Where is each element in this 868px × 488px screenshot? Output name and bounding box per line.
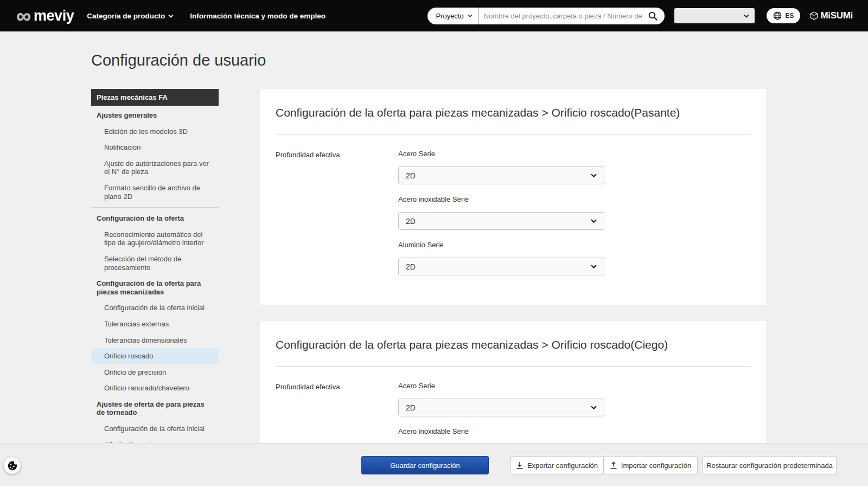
settings-main: Configuración de la oferta para piezas m… [260, 89, 766, 488]
search-icon [648, 11, 658, 21]
meviy-brand-text: meviy [34, 8, 74, 24]
action-footer: Guardar configuración Exportar configura… [0, 443, 868, 488]
row-label-profundidad-efectiva: Profundidad efectiva [276, 150, 398, 286]
sidebar-item-oferta-inicial-torneado[interactable]: Configuración de la oferta inicial [91, 421, 219, 437]
cube-icon [810, 11, 818, 20]
search-bar: Proyecto [427, 8, 665, 24]
cookie-icon [7, 460, 18, 471]
meviy-logo[interactable]: ∞ meviy [16, 8, 74, 24]
card-divider [276, 366, 751, 367]
sidebar-item-orificio-precision[interactable]: Orificio de precisión [91, 364, 219, 381]
language-button[interactable]: ES [767, 8, 800, 23]
acero-serie-select-ciego[interactable]: 2D [398, 399, 604, 416]
globe-icon [773, 11, 782, 20]
top-header: ∞ meviy Categoría de producto Informació… [0, 0, 868, 31]
chevron-down-icon [591, 219, 597, 223]
chevron-down-icon [591, 265, 597, 268]
sidebar-item-piezas-mecanicas-fa[interactable]: Piezas mecánicas FA [91, 89, 219, 106]
misumi-logo[interactable]: MiSUMi [810, 10, 853, 21]
sidebar-section-piezas-torneado: Ajustes de oferta de para piezas de torn… [91, 396, 219, 421]
sidebar-item-reconocimiento-automatico[interactable]: Reconocimiento automático del tipo de ag… [91, 227, 219, 251]
top-nav: Categoría de producto Información técnic… [87, 12, 326, 20]
upload-icon [610, 461, 617, 470]
sidebar-section-oferta-piezas-mecanizadas: Configuración de la oferta para piezas m… [91, 275, 219, 300]
sidebar-item-oferta-inicial-mecanizadas[interactable]: Configuración de la oferta inicial [91, 300, 219, 316]
header-dropdown[interactable] [674, 8, 755, 23]
field-label-aluminio-serie: Aluminio Serie [398, 241, 751, 249]
import-configuration-button[interactable]: Importar configuración [603, 456, 698, 474]
sidebar-item-seleccion-metodo[interactable]: Selección del método de procesamiento [91, 251, 219, 275]
cookie-settings-button[interactable] [4, 457, 21, 474]
acero-serie-select[interactable]: 2D [398, 166, 604, 184]
card-orificio-roscado-pasante: Configuración de la oferta para piezas m… [260, 89, 766, 305]
aluminio-serie-select[interactable]: 2D [398, 258, 604, 275]
chevron-down-icon [591, 174, 597, 177]
sidebar-item-orificio-roscado[interactable]: Orificio roscado [91, 348, 219, 364]
page-title: Configuración de usuario [91, 52, 868, 69]
misumi-brand-text: MiSUMi [820, 10, 853, 21]
sidebar-item-notificacion[interactable]: Notificación [91, 139, 219, 156]
search-scope-select[interactable]: Proyecto [427, 8, 477, 24]
card-title: Configuración de la oferta para piezas m… [276, 338, 751, 351]
chevron-down-icon [468, 14, 473, 17]
sidebar-item-edicion-modelos-3d[interactable]: Edición de los modelos 3D [91, 124, 219, 140]
field-label-acero-serie: Acero Serie [398, 150, 751, 158]
nav-product-category[interactable]: Categoría de producto [87, 12, 174, 20]
restore-default-configuration-button[interactable]: Restaurar configuración predeterminada [703, 456, 837, 474]
chevron-down-icon [168, 14, 174, 18]
sidebar-item-formato-sencillo-2d[interactable]: Formato sencillo de archivo de plano 2D [91, 180, 219, 204]
sidebar-divider [91, 207, 219, 208]
card-divider [276, 134, 751, 134]
download-icon [516, 461, 524, 470]
sidebar-section-ajustes-generales: Ajustes generales [91, 107, 219, 124]
settings-sidebar: Piezas mecánicas FA Ajustes generales Ed… [91, 89, 219, 469]
acero-inoxidable-serie-select[interactable]: 2D [398, 212, 604, 230]
field-label-acero-serie: Acero Serie [398, 382, 751, 390]
page-content: Configuración de usuario Piezas mecánica… [0, 31, 868, 488]
sidebar-item-ajuste-autorizaciones[interactable]: Ajuste de autorizaciones para ver el N° … [91, 156, 219, 180]
chevron-down-icon [744, 14, 749, 18]
field-label-acero-inoxidable-serie: Acero inoxidable Serie [398, 427, 751, 435]
search-input[interactable] [478, 12, 647, 20]
field-label-acero-inoxidable-serie: Acero inoxidable Serie [398, 195, 751, 203]
save-configuration-button[interactable]: Guardar configuración [361, 456, 489, 474]
sidebar-item-tolerancias-externas[interactable]: Tolerancias externas [91, 316, 219, 332]
sidebar-item-tolerancias-dimensionales[interactable]: Tolerancias dimensionales [91, 332, 219, 349]
chevron-down-icon [591, 406, 597, 409]
card-title: Configuración de la oferta para piezas m… [276, 106, 751, 119]
export-configuration-button[interactable]: Exportar configuración [510, 456, 603, 474]
search-button[interactable] [646, 11, 665, 21]
sidebar-section-configuracion-oferta: Configuración de la oferta [91, 210, 219, 227]
sidebar-item-orificio-ranurado[interactable]: Orificio ranurado/chavetero [91, 380, 219, 396]
nav-technical-info[interactable]: Información técnica y modo de empleo [190, 12, 326, 20]
language-label: ES [785, 12, 794, 20]
